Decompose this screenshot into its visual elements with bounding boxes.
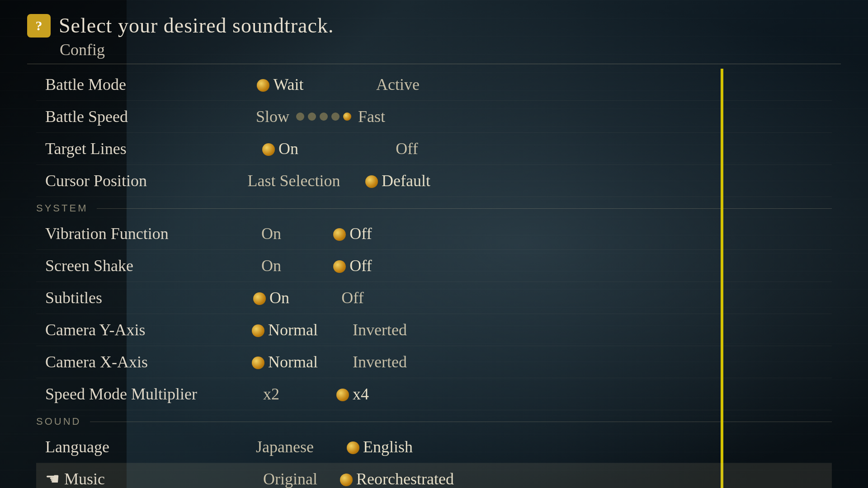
setting-row-target-lines[interactable]: Target Lines On Off	[36, 133, 832, 165]
gold-dot	[252, 357, 264, 369]
setting-row-battle-speed[interactable]: Battle Speed Slow Fast	[36, 101, 832, 133]
setting-row-vibration[interactable]: Vibration Function On Off	[36, 218, 832, 250]
camera-x-normal[interactable]: Normal	[235, 352, 335, 371]
speed-dots	[296, 113, 351, 121]
screen-shake-options: On Off	[235, 256, 832, 275]
speed-dot-4	[331, 113, 340, 121]
gold-dot	[262, 143, 275, 156]
speed-dot-3	[320, 113, 328, 121]
music-label: Music	[64, 469, 241, 488]
camera-x-options: Normal Inverted	[235, 352, 832, 371]
setting-row-screen-shake[interactable]: Screen Shake On Off	[36, 250, 832, 282]
camera-y-normal[interactable]: Normal	[235, 320, 335, 339]
setting-row-battle-mode[interactable]: Battle Mode Wait Active	[36, 69, 832, 101]
gold-dot	[347, 441, 359, 454]
gold-dot	[257, 79, 269, 92]
language-options: Japanese English	[235, 437, 832, 456]
speed-dot-1	[296, 113, 304, 121]
setting-row-camera-x[interactable]: Camera X-Axis Normal Inverted	[36, 346, 832, 378]
battle-speed-label: Battle Speed	[45, 107, 235, 126]
target-lines-label: Target Lines	[45, 139, 235, 158]
vibration-on[interactable]: On	[235, 224, 307, 243]
setting-row-subtitles[interactable]: Subtitles On Off	[36, 282, 832, 314]
speed-mode-x2[interactable]: x2	[235, 385, 307, 404]
battle-mode-label: Battle Mode	[45, 75, 235, 94]
subtitles-on[interactable]: On	[235, 288, 307, 307]
header-subtitle: Config	[27, 40, 841, 59]
vibration-off[interactable]: Off	[307, 224, 398, 243]
speed-mode-options: x2 x4	[235, 385, 832, 404]
music-original[interactable]: Original	[241, 469, 340, 488]
gold-dot	[252, 324, 264, 337]
sound-section-header: SOUND	[36, 410, 832, 431]
system-section-header: SYSTEM	[36, 197, 832, 218]
setting-row-language[interactable]: Language Japanese English	[36, 431, 832, 463]
battle-speed-options: Slow Fast	[235, 107, 832, 126]
language-english[interactable]: English	[335, 437, 425, 456]
gold-dot	[340, 474, 353, 486]
battle-mode-options: Wait Active	[235, 75, 832, 94]
camera-y-label: Camera Y-Axis	[45, 320, 235, 339]
vibration-label: Vibration Function	[45, 224, 235, 243]
sound-section-label: SOUND	[36, 416, 81, 427]
speed-dot-5	[343, 113, 351, 121]
system-section-label: SYSTEM	[36, 202, 88, 214]
screen-shake-off[interactable]: Off	[307, 256, 398, 275]
top-divider	[27, 64, 841, 64]
header-title: Select your desired soundtrack.	[59, 14, 334, 38]
speed-mode-x4[interactable]: x4	[307, 385, 398, 404]
speed-dot-2	[308, 113, 316, 121]
question-icon: ?	[27, 14, 51, 38]
target-lines-on[interactable]: On	[235, 139, 326, 158]
gold-dot	[336, 389, 349, 401]
music-options: Original Reorchestrated	[241, 469, 832, 488]
camera-y-inverted[interactable]: Inverted	[335, 320, 425, 339]
battle-mode-wait[interactable]: Wait	[235, 75, 326, 94]
setting-row-cursor-position[interactable]: Cursor Position Last Selection Default	[36, 165, 832, 197]
gold-dot	[333, 228, 346, 241]
subtitles-label: Subtitles	[45, 288, 235, 307]
subtitles-options: On Off	[235, 288, 832, 307]
gold-dot	[253, 292, 266, 305]
cursor-position-options: Last Selection Default	[235, 171, 832, 190]
vibration-options: On Off	[235, 224, 832, 243]
setting-row-music[interactable]: ☚ Music Original Reorchestrated	[36, 463, 832, 488]
language-label: Language	[45, 437, 235, 456]
speed-mode-label: Speed Mode Multiplier	[45, 385, 235, 404]
settings-area: Battle Mode Wait Active Battle Speed Slo…	[0, 69, 868, 488]
battle-mode-active[interactable]: Active	[353, 75, 443, 94]
music-reorchestrated[interactable]: Reorchestrated	[340, 469, 454, 488]
setting-row-camera-y[interactable]: Camera Y-Axis Normal Inverted	[36, 314, 832, 346]
camera-x-inverted[interactable]: Inverted	[335, 352, 425, 371]
subtitles-off[interactable]: Off	[307, 288, 398, 307]
camera-y-options: Normal Inverted	[235, 320, 832, 339]
settings-list: Battle Mode Wait Active Battle Speed Slo…	[0, 69, 868, 488]
battle-speed-fast: Fast	[358, 107, 403, 126]
screen-shake-on[interactable]: On	[235, 256, 307, 275]
header: ? Select your desired soundtrack. Config	[0, 0, 868, 69]
cursor-position-label: Cursor Position	[45, 171, 235, 190]
battle-speed-slow: Slow	[235, 107, 289, 126]
cursor-position-default[interactable]: Default	[353, 171, 443, 190]
gold-dot	[365, 175, 378, 188]
screen-shake-label: Screen Shake	[45, 256, 235, 275]
cursor-position-last[interactable]: Last Selection	[235, 171, 353, 190]
camera-x-label: Camera X-Axis	[45, 352, 235, 371]
hand-cursor-icon: ☚	[45, 469, 60, 488]
language-japanese[interactable]: Japanese	[235, 437, 335, 456]
setting-row-speed-mode[interactable]: Speed Mode Multiplier x2 x4	[36, 378, 832, 410]
target-lines-off[interactable]: Off	[362, 139, 452, 158]
gold-dot	[333, 260, 346, 273]
target-lines-options: On Off	[235, 139, 832, 158]
